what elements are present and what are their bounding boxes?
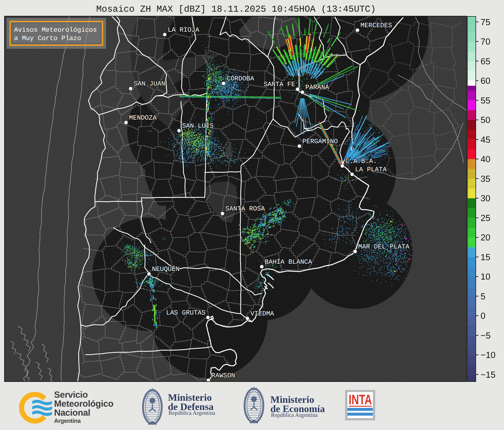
svg-text:LA PLATA: LA PLATA xyxy=(355,166,387,173)
svg-text:PARANÁ: PARANÁ xyxy=(305,83,329,91)
svg-text:SANTA FE: SANTA FE xyxy=(264,81,295,88)
svg-text:a Muy Corto Plazo: a Muy Corto Plazo xyxy=(14,35,81,42)
svg-text:−15: −15 xyxy=(481,370,496,380)
svg-text:VIEDMA: VIEDMA xyxy=(250,310,274,318)
svg-text:PERGAMINO: PERGAMINO xyxy=(302,138,338,145)
svg-text:65: 65 xyxy=(481,57,491,66)
svg-text:INTA: INTA xyxy=(349,392,372,407)
svg-text:60: 60 xyxy=(481,76,491,86)
svg-text:SAN JUAN: SAN JUAN xyxy=(134,80,165,88)
svg-text:Mosaico ZH MAX [dBZ] 18.11.202: Mosaico ZH MAX [dBZ] 18.11.2025 10:45HOA… xyxy=(96,4,376,15)
svg-text:Servicio: Servicio xyxy=(54,390,88,400)
svg-text:Argentina: Argentina xyxy=(54,418,81,424)
svg-text:40: 40 xyxy=(481,154,491,164)
svg-text:50: 50 xyxy=(481,115,491,125)
svg-text:MAR DEL PLATA: MAR DEL PLATA xyxy=(358,243,410,251)
svg-text:LA RIOJA: LA RIOJA xyxy=(168,26,199,34)
svg-text:MERCEDES: MERCEDES xyxy=(361,22,392,29)
svg-text:35: 35 xyxy=(481,174,491,184)
svg-text:15: 15 xyxy=(481,252,491,262)
svg-text:LAS GRUTAS: LAS GRUTAS xyxy=(166,309,206,317)
svg-text:MENDOZA: MENDOZA xyxy=(129,114,157,122)
svg-text:−5: −5 xyxy=(481,331,491,341)
svg-text:−10: −10 xyxy=(481,350,496,360)
svg-text:5: 5 xyxy=(481,292,485,301)
svg-text:C.A.B.A.: C.A.B.A. xyxy=(345,158,377,165)
svg-text:Avisos Meteorológicos: Avisos Meteorológicos xyxy=(14,26,97,34)
svg-text:25: 25 xyxy=(481,213,491,223)
svg-text:0: 0 xyxy=(481,311,485,321)
svg-text:55: 55 xyxy=(481,96,491,106)
svg-text:SAN LUIS: SAN LUIS xyxy=(182,122,214,130)
svg-text:Meteorológico: Meteorológico xyxy=(54,399,114,409)
svg-text:República Argentina: República Argentina xyxy=(168,410,215,416)
svg-text:45: 45 xyxy=(481,135,491,145)
svg-text:RAWSON: RAWSON xyxy=(212,372,235,379)
svg-text:30: 30 xyxy=(481,193,491,203)
svg-text:BAHÍA BLANCA: BAHÍA BLANCA xyxy=(265,258,312,266)
svg-text:75: 75 xyxy=(481,17,491,27)
svg-text:10: 10 xyxy=(481,272,491,282)
svg-text:20: 20 xyxy=(481,233,491,243)
svg-text:Nacional: Nacional xyxy=(54,408,90,418)
svg-text:NEUQUÉN: NEUQUÉN xyxy=(152,265,180,273)
svg-text:CÓRDOBA: CÓRDOBA xyxy=(226,75,254,83)
svg-text:República Argentina: República Argentina xyxy=(271,412,318,418)
svg-text:70: 70 xyxy=(481,37,491,47)
svg-text:SANTA ROSA: SANTA ROSA xyxy=(226,205,265,213)
